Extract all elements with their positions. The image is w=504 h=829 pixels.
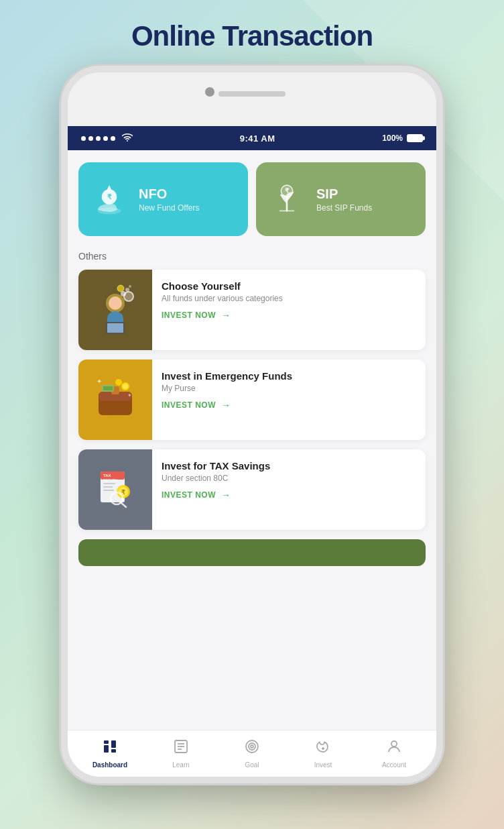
learn-icon: [173, 738, 189, 759]
svg-rect-15: [107, 323, 123, 333]
invest-label: Invest: [314, 761, 332, 769]
nfo-card-text: NFO New Fund Offers: [139, 186, 199, 213]
signal-indicator: [81, 133, 133, 144]
choose-yourself-image: [78, 270, 152, 350]
emergency-funds-image: ✦ ✦: [78, 360, 152, 440]
others-label: Others: [78, 251, 426, 262]
page-title: Online Transaction: [131, 20, 373, 52]
sip-card[interactable]: ₹ SIP Best SIP Funds: [256, 162, 426, 236]
list-item-emergency-funds[interactable]: ✦ ✦ Invest in Emergency Funds My Purse I…: [78, 360, 426, 440]
sip-title: SIP: [316, 186, 372, 201]
signal-dot-1: [81, 136, 86, 141]
svg-point-22: [123, 384, 128, 389]
app-content: ₹ NFO New Fund Offers: [68, 150, 436, 730]
phone-speaker: [218, 91, 286, 97]
status-time: 9:41 AM: [240, 133, 275, 144]
list-item-choose-yourself[interactable]: Choose Yourself All funds under various …: [78, 270, 426, 350]
svg-rect-31: [103, 486, 113, 488]
emergency-funds-content: Invest in Emergency Funds My Purse INVES…: [152, 360, 426, 440]
goal-label: Goal: [245, 761, 259, 769]
nfo-icon: ₹: [89, 179, 129, 219]
svg-point-23: [115, 379, 122, 386]
svg-point-51: [391, 741, 397, 747]
choose-yourself-content: Choose Yourself All funds under various …: [152, 270, 426, 350]
wifi-icon: [122, 133, 133, 144]
svg-text:₹: ₹: [107, 193, 112, 201]
signal-dot-4: [103, 136, 108, 141]
nav-item-goal[interactable]: Goal: [216, 738, 288, 769]
svg-rect-20: [103, 386, 113, 390]
arrow-right-icon-3: →: [221, 490, 231, 500]
svg-line-37: [121, 502, 126, 507]
emergency-funds-title: Invest in Emergency Funds: [162, 370, 416, 382]
top-cards-row: ₹ NFO New Fund Offers: [78, 162, 426, 236]
svg-point-13: [109, 296, 122, 310]
signal-dot-2: [88, 136, 93, 141]
invest-icon: [315, 738, 331, 759]
sip-icon: ₹: [267, 179, 307, 219]
list-item-tax-savings[interactable]: TAX RETURN ₹: [78, 449, 426, 530]
partial-card: [78, 539, 426, 566]
arrow-right-icon-2: →: [221, 400, 231, 410]
svg-point-48: [251, 745, 253, 748]
tax-savings-subtitle: Under section 80C: [162, 474, 416, 483]
svg-rect-32: [103, 490, 114, 491]
emergency-funds-subtitle: My Purse: [162, 384, 416, 393]
phone-camera: [205, 87, 214, 97]
tax-savings-image: TAX RETURN ₹: [78, 449, 152, 530]
svg-rect-30: [103, 483, 115, 484]
svg-text:✦: ✦: [127, 392, 132, 398]
svg-point-10: [129, 285, 131, 288]
choose-yourself-subtitle: All funds under various categories: [162, 294, 416, 303]
svg-point-47: [249, 743, 255, 750]
signal-dot-3: [96, 136, 101, 141]
svg-text:₹: ₹: [285, 187, 290, 195]
account-label: Account: [382, 761, 406, 769]
nfo-subtitle: New Fund Offers: [139, 203, 199, 213]
status-bar: 9:41 AM 100%: [68, 126, 436, 150]
nav-item-invest[interactable]: Invest: [288, 738, 359, 769]
svg-text:TAX: TAX: [103, 474, 111, 478]
svg-point-11: [124, 292, 133, 301]
dashboard-label: Dashboard: [92, 761, 127, 769]
nav-item-account[interactable]: Account: [359, 738, 430, 769]
bottom-nav: Dashboard Learn: [68, 730, 436, 777]
battery-percentage: 100%: [382, 133, 403, 143]
sip-card-text: SIP Best SIP Funds: [316, 186, 372, 213]
signal-dot-5: [111, 136, 115, 141]
svg-rect-38: [104, 740, 109, 744]
tax-savings-title: Invest for TAX Savings: [162, 460, 416, 472]
svg-rect-40: [111, 740, 116, 748]
svg-text:RETURN: RETURN: [103, 478, 117, 482]
phone-screen: 9:41 AM 100%: [68, 126, 436, 777]
nfo-card[interactable]: ₹ NFO New Fund Offers: [78, 162, 248, 236]
phone-top-bezel: [68, 72, 436, 126]
choose-yourself-title: Choose Yourself: [162, 280, 416, 292]
svg-point-46: [246, 740, 258, 753]
account-icon: [386, 738, 402, 759]
dashboard-icon: [102, 738, 118, 759]
nfo-title: NFO: [139, 186, 199, 201]
battery-icon: [407, 134, 423, 142]
svg-rect-41: [111, 749, 116, 753]
emergency-funds-cta[interactable]: INVEST NOW →: [162, 400, 416, 410]
svg-point-12: [117, 285, 124, 292]
sip-subtitle: Best SIP Funds: [316, 203, 372, 213]
svg-rect-39: [104, 745, 109, 753]
tax-savings-cta[interactable]: INVEST NOW →: [162, 490, 416, 500]
phone-shell: 9:41 AM 100%: [61, 66, 443, 783]
nav-item-dashboard[interactable]: Dashboard: [74, 738, 145, 769]
svg-text:✦: ✦: [97, 378, 102, 385]
learn-label: Learn: [172, 761, 190, 769]
nav-item-learn[interactable]: Learn: [145, 738, 216, 769]
goal-icon: [244, 738, 260, 759]
battery-area: 100%: [382, 133, 423, 143]
tax-savings-content: Invest for TAX Savings Under section 80C…: [152, 449, 426, 530]
choose-yourself-cta[interactable]: INVEST NOW →: [162, 310, 416, 321]
arrow-right-icon: →: [221, 310, 231, 321]
